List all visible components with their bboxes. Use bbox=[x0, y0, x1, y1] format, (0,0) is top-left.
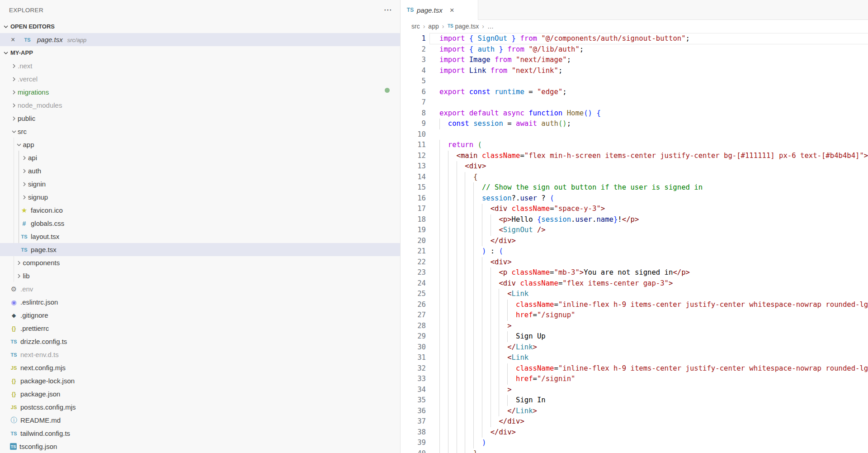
line-number[interactable]: 36 bbox=[401, 406, 426, 417]
tree-folder--vercel[interactable]: .vercel bbox=[0, 72, 400, 86]
code-line-29[interactable]: 29 Sign Up bbox=[439, 331, 868, 342]
tree-file-layout-tsx[interactable]: TSlayout.tsx bbox=[0, 230, 400, 243]
line-number[interactable]: 39 bbox=[401, 438, 426, 448]
code-line-23[interactable]: 23 <p className="mb-3">You are not signe… bbox=[439, 267, 868, 278]
line-number[interactable]: 35 bbox=[401, 395, 426, 406]
close-tab-icon[interactable]: × bbox=[450, 6, 454, 14]
tree-file-next-env-d-ts[interactable]: TSnext-env.d.ts bbox=[0, 348, 400, 361]
code-line-19[interactable]: 19 <SignOut /> bbox=[439, 225, 868, 236]
line-number[interactable]: 12 bbox=[401, 151, 426, 162]
line-number[interactable]: 10 bbox=[401, 129, 426, 140]
line-number[interactable]: 31 bbox=[401, 353, 426, 363]
line-number[interactable]: 28 bbox=[401, 321, 426, 332]
tree-file-package-lock-json[interactable]: {}package-lock.json bbox=[0, 374, 400, 387]
tree-file-postcss-config-mjs[interactable]: JSpostcss.config.mjs bbox=[0, 401, 400, 414]
tree-file-next-config-mjs[interactable]: JSnext.config.mjs bbox=[0, 361, 400, 374]
code-line-27[interactable]: 27 href="/signup" bbox=[439, 310, 868, 321]
tree-folder-components[interactable]: components bbox=[0, 256, 400, 269]
line-number[interactable]: 19 bbox=[401, 225, 426, 236]
line-number[interactable]: 18 bbox=[401, 215, 426, 225]
code-line-6[interactable]: 6export const runtime = "edge"; bbox=[439, 87, 868, 98]
code-line-16[interactable]: 16 session?.user ? ( bbox=[439, 193, 868, 204]
code-line-28[interactable]: 28 > bbox=[439, 321, 868, 332]
line-number[interactable]: 1 bbox=[401, 33, 426, 44]
line-number[interactable]: 29 bbox=[401, 331, 426, 342]
code-line-31[interactable]: 31 <Link bbox=[439, 353, 868, 363]
line-number[interactable]: 5 bbox=[401, 76, 426, 87]
project-section-header[interactable]: MY-APP bbox=[0, 46, 400, 59]
line-number[interactable]: 20 bbox=[401, 236, 426, 247]
line-number[interactable]: 25 bbox=[401, 289, 426, 300]
line-number[interactable]: 15 bbox=[401, 182, 426, 193]
line-number[interactable]: 37 bbox=[401, 416, 426, 427]
line-number[interactable]: 40 bbox=[401, 448, 426, 453]
tree-file-tsconfig-json[interactable]: TStsconfig.json bbox=[0, 440, 400, 453]
code-line-32[interactable]: 32 className="inline-flex h-9 items-cent… bbox=[439, 363, 868, 374]
code-line-2[interactable]: 2import { auth } from "@/lib/auth"; bbox=[439, 44, 868, 55]
code-line-18[interactable]: 18 <p>Hello {session.user.name}!</p> bbox=[439, 215, 868, 225]
tree-folder-signin[interactable]: signin bbox=[0, 177, 400, 191]
tree-file-page-tsx[interactable]: TSpage.tsx bbox=[0, 243, 400, 256]
code-line-9[interactable]: 9 const session = await auth(); bbox=[439, 119, 868, 129]
line-number[interactable]: 30 bbox=[401, 342, 426, 353]
line-number[interactable]: 13 bbox=[401, 161, 426, 172]
breadcrumb-item-page-tsx[interactable]: TSpage.tsx bbox=[447, 22, 479, 30]
tree-file--gitignore[interactable]: ◆.gitignore bbox=[0, 309, 400, 322]
tree-file-drizzle-config-ts[interactable]: TSdrizzle.config.ts bbox=[0, 335, 400, 348]
code-line-24[interactable]: 24 <div className="flex items-center gap… bbox=[439, 278, 868, 289]
code-line-30[interactable]: 30 </Link> bbox=[439, 342, 868, 353]
code-line-21[interactable]: 21 ) : ( bbox=[439, 246, 868, 257]
line-number[interactable]: 26 bbox=[401, 300, 426, 310]
code-line-35[interactable]: 35 Sign In bbox=[439, 395, 868, 406]
open-editor-item[interactable]: ×TSpage.tsxsrc/app bbox=[0, 33, 400, 46]
open-editors-section-header[interactable]: OPEN EDITORS bbox=[0, 20, 400, 33]
line-number[interactable]: 17 bbox=[401, 204, 426, 215]
code-line-40[interactable]: 40 } bbox=[439, 448, 868, 453]
code-line-3[interactable]: 3import Image from "next/image"; bbox=[439, 55, 868, 66]
code-line-4[interactable]: 4import Link from "next/link"; bbox=[439, 66, 868, 76]
line-number[interactable]: 23 bbox=[401, 267, 426, 278]
tree-file-favicon-ico[interactable]: ★favicon.ico bbox=[0, 204, 400, 217]
tree-folder-app[interactable]: app bbox=[0, 138, 400, 151]
line-number[interactable]: 14 bbox=[401, 172, 426, 183]
tree-file-readme-md[interactable]: ⓘREADME.md bbox=[0, 414, 400, 427]
tree-folder-api[interactable]: api bbox=[0, 151, 400, 164]
code-line-7[interactable]: 7 bbox=[439, 97, 868, 108]
line-number[interactable]: 21 bbox=[401, 246, 426, 257]
tree-file--eslintrc-json[interactable]: ◉.eslintrc.json bbox=[0, 296, 400, 309]
code-line-38[interactable]: 38 </div> bbox=[439, 427, 868, 438]
close-editor-icon[interactable]: × bbox=[11, 36, 19, 44]
code-line-26[interactable]: 26 className="inline-flex h-9 items-cent… bbox=[439, 300, 868, 310]
breadcrumb-item-src[interactable]: src bbox=[411, 23, 420, 30]
code-line-5[interactable]: 5 bbox=[439, 76, 868, 87]
code-line-14[interactable]: 14 { bbox=[439, 172, 868, 183]
code-line-39[interactable]: 39 ) bbox=[439, 438, 868, 448]
line-number[interactable]: 8 bbox=[401, 108, 426, 119]
breadcrumb-item-app[interactable]: app bbox=[428, 23, 439, 30]
code-line-15[interactable]: 15 // Show the sign out button if the us… bbox=[439, 182, 868, 193]
tree-folder-src[interactable]: src bbox=[0, 125, 400, 138]
code-line-33[interactable]: 33 href="/signin" bbox=[439, 374, 868, 385]
code-line-1[interactable]: 1import { SignOut } from "@/components/a… bbox=[439, 33, 868, 44]
code-line-34[interactable]: 34 > bbox=[439, 385, 868, 396]
line-number[interactable]: 11 bbox=[401, 140, 426, 151]
tree-folder-migrations[interactable]: migrations bbox=[0, 86, 400, 99]
more-actions-icon[interactable]: ⋯ bbox=[384, 6, 392, 14]
tree-folder-node-modules[interactable]: node_modules bbox=[0, 99, 400, 112]
code-line-37[interactable]: 37 </div> bbox=[439, 416, 868, 427]
line-number[interactable]: 2 bbox=[401, 44, 426, 55]
line-number[interactable]: 33 bbox=[401, 374, 426, 385]
tab-page-tsx[interactable]: TS page.tsx × bbox=[401, 0, 478, 20]
tree-folder-public[interactable]: public bbox=[0, 112, 400, 125]
code-line-22[interactable]: 22 <div> bbox=[439, 257, 868, 268]
tree-folder-signup[interactable]: signup bbox=[0, 191, 400, 204]
line-number[interactable]: 34 bbox=[401, 385, 426, 396]
tree-file--prettierrc[interactable]: {}.prettierrc bbox=[0, 322, 400, 335]
line-number[interactable]: 38 bbox=[401, 427, 426, 438]
tree-folder-lib[interactable]: lib bbox=[0, 269, 400, 282]
line-number[interactable]: 7 bbox=[401, 97, 426, 108]
tree-file-tailwind-config-ts[interactable]: TStailwind.config.ts bbox=[0, 427, 400, 440]
tree-file-package-json[interactable]: {}package.json bbox=[0, 387, 400, 401]
line-number[interactable]: 27 bbox=[401, 310, 426, 321]
code-line-25[interactable]: 25 <Link bbox=[439, 289, 868, 300]
